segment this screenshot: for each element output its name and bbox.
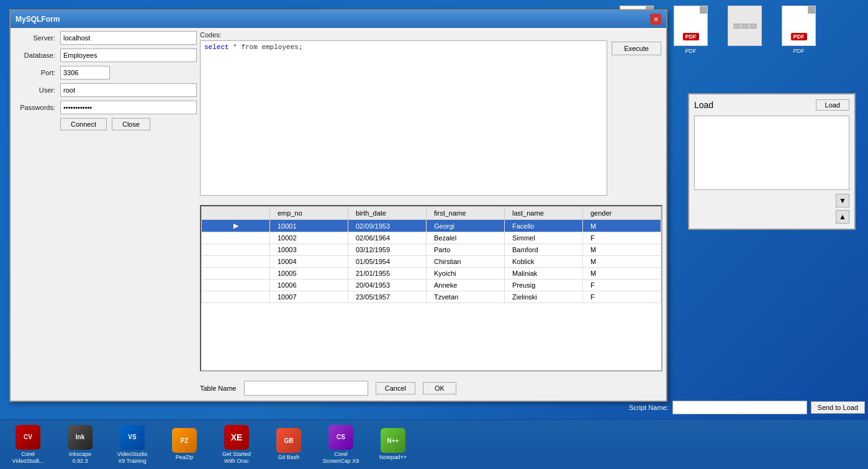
close-form-button[interactable]: Close — [112, 118, 150, 130]
taskbar: CV CorelVideoStudi... Ink Inkscape0.92.3… — [0, 419, 868, 469]
cell-first_name: Anneke — [427, 280, 505, 291]
taskbar-item-git[interactable]: GB Git Bash — [264, 422, 314, 467]
table-row[interactable]: 1000303/12/1959PartoBamfordM — [202, 244, 661, 256]
cell-first_name: Bezalel — [427, 232, 505, 244]
form-buttons: Connect Close — [60, 118, 197, 130]
dialog-close-button[interactable]: ✕ — [650, 14, 661, 25]
cell-gender: F — [583, 280, 661, 291]
row-indicator: ▶ — [202, 220, 270, 232]
xe-icon: XE — [224, 425, 249, 450]
cell-birth_date: 01/05/1954 — [348, 256, 427, 268]
cell-last_name: Preusig — [505, 280, 583, 291]
taskbar-item-video[interactable]: VS VideoStudioX9 Training — [107, 422, 157, 467]
taskbar-item-corel[interactable]: CV CorelVideoStudi... — [3, 422, 53, 467]
col-header-last_name: last_name — [505, 207, 583, 220]
cell-emp_no: 10003 — [270, 244, 348, 256]
ok-button[interactable]: OK — [423, 382, 456, 394]
taskbar-label-xe: Get StartedWith Orac — [222, 451, 251, 465]
cell-gender: F — [583, 232, 661, 244]
git-icon: GB — [276, 428, 301, 453]
cell-last_name: Zielinski — [505, 291, 583, 303]
inkscape-icon: Ink — [68, 425, 93, 450]
execute-button[interactable]: Execute — [612, 42, 661, 55]
col-header-emp_no: emp_no — [270, 207, 348, 220]
row-indicator — [202, 256, 270, 268]
table-scroll-area[interactable]: emp_no birth_date first_name last_name g… — [201, 206, 661, 370]
cell-last_name: Maliniak — [505, 268, 583, 280]
cell-emp_no: 10001 — [270, 220, 348, 232]
passwords-input[interactable] — [60, 101, 197, 114]
scroll-btn-up[interactable]: ▲ — [836, 210, 849, 224]
cell-birth_date: 23/05/1957 — [348, 291, 427, 303]
database-label: Database: — [14, 52, 60, 59]
load-list-area — [694, 116, 849, 190]
user-label: User: — [14, 86, 60, 94]
taskbar-item-xe[interactable]: XE Get StartedWith Orac — [212, 422, 261, 467]
table-row[interactable]: 1000401/05/1954ChirstianKoblickM — [202, 256, 661, 268]
cell-emp_no: 10006 — [270, 280, 348, 291]
taskbar-item-notepad[interactable]: N++ Notepad++ — [368, 422, 418, 467]
cell-gender: M — [583, 244, 661, 256]
table-name-input[interactable] — [244, 381, 368, 396]
cell-birth_date: 03/12/1959 — [348, 244, 427, 256]
codes-label: Codes: — [200, 31, 607, 39]
load-panel: Load Load ▼ ▲ — [688, 93, 856, 230]
row-indicator — [202, 268, 270, 280]
row-indicator — [202, 232, 270, 244]
table-row[interactable]: ▶1000102/09/1953GeorgiFacelloM — [202, 220, 661, 232]
sql-text: * from employees; — [229, 43, 303, 51]
results-table: emp_no birth_date first_name last_name g… — [201, 206, 661, 303]
taskbar-item-inkscape[interactable]: Ink Inkscape0.92.3 — [55, 422, 105, 467]
passwords-label: Passwords: — [14, 104, 60, 111]
vstudio-icon: CS — [328, 425, 353, 450]
bottom-section: Table Name Cancel OK — [200, 381, 661, 396]
table-row[interactable]: 1000723/05/1957TzvetanZielinskiF — [202, 291, 661, 303]
desktop-icon-label-4: PDF — [793, 48, 805, 54]
table-name-label: Table Name — [200, 385, 237, 392]
cell-birth_date: 21/01/1955 — [348, 268, 427, 280]
col-header-birth_date: birth_date — [348, 207, 427, 220]
cell-gender: M — [583, 268, 661, 280]
server-input[interactable] — [60, 31, 197, 45]
cell-first_name: Kyoichi — [427, 268, 505, 280]
cell-last_name: Bamford — [505, 244, 583, 256]
connect-button[interactable]: Connect — [60, 118, 107, 130]
table-row[interactable]: 1000521/01/1955KyoichiMaliniakM — [202, 268, 661, 280]
taskbar-item-peazip[interactable]: PZ PeaZip — [160, 422, 209, 467]
results-table-section: emp_no birth_date first_name last_name g… — [200, 205, 662, 371]
peazip-icon: PZ — [172, 428, 197, 453]
server-label: Server: — [14, 34, 60, 42]
port-label: Port: — [14, 69, 60, 76]
codes-display[interactable]: select * from employees; — [200, 40, 607, 196]
video-icon: VS — [120, 425, 145, 450]
script-name-section: Script Name: Send to Load — [629, 401, 865, 414]
load-button[interactable]: Load — [816, 99, 849, 111]
dropdown-btn-1[interactable]: ▼ — [836, 194, 849, 207]
database-input[interactable] — [60, 48, 197, 62]
cell-first_name: Chirstian — [427, 256, 505, 268]
pdf-badge-2: PDF — [683, 33, 699, 40]
cell-birth_date: 02/09/1953 — [348, 220, 427, 232]
cancel-button[interactable]: Cancel — [376, 382, 415, 394]
cell-emp_no: 10004 — [270, 256, 348, 268]
table-row[interactable]: 1000202/06/1964BezalelSimmelF — [202, 232, 661, 244]
col-header-gender: gender — [583, 207, 661, 220]
pdf-badge-3: PDF — [791, 33, 807, 40]
desktop-icon-label-2: PDF — [685, 48, 697, 54]
taskbar-label-git: Git Bash — [278, 454, 300, 461]
notepad-icon: N++ — [381, 428, 405, 453]
indicator-col-header — [202, 207, 270, 220]
cell-birth_date: 02/06/1964 — [348, 232, 427, 244]
table-row[interactable]: 1000620/04/1953AnnekePreusigF — [202, 280, 661, 291]
taskbar-item-corel-screen[interactable]: CS CorelScreenCap X9 — [316, 422, 366, 467]
cell-gender: F — [583, 291, 661, 303]
connection-form: Server: Database: Port: User: Passwords:… — [14, 31, 197, 130]
dialog-content: Server: Database: Port: User: Passwords:… — [11, 28, 666, 401]
user-input[interactable] — [60, 83, 197, 97]
taskbar-label-corel-screen: CorelScreenCap X9 — [323, 451, 359, 465]
port-input[interactable] — [60, 66, 110, 80]
sql-keyword-select: select — [204, 43, 229, 51]
send-to-load-button[interactable]: Send to Load — [811, 401, 865, 414]
col-header-first_name: first_name — [427, 207, 505, 220]
script-name-input[interactable] — [672, 401, 807, 414]
